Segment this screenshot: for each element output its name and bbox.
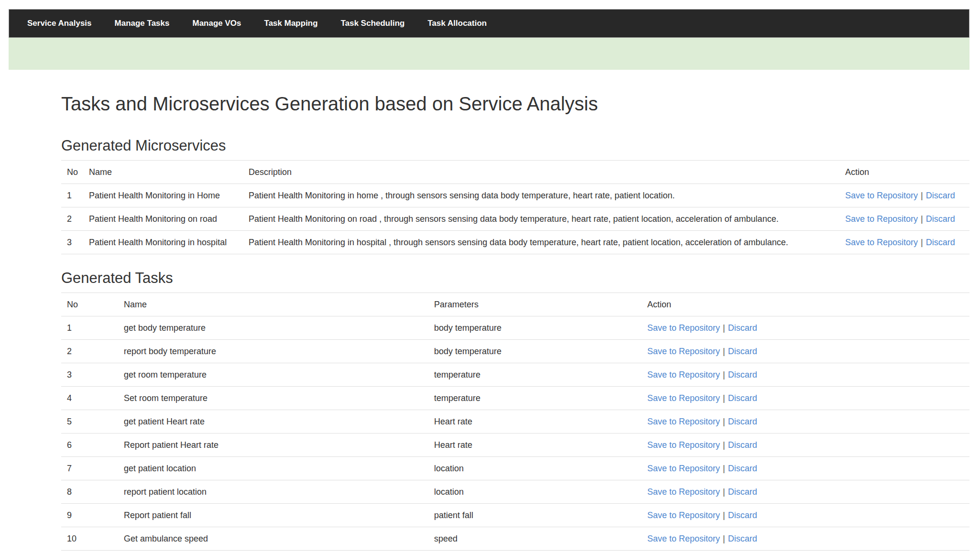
microservice-no: 2 (61, 207, 83, 231)
column-header-action: Action (642, 293, 969, 316)
save-to-repository-link[interactable]: Save to Repository (845, 191, 918, 200)
discard-link[interactable]: Discard (728, 370, 757, 380)
discard-link[interactable]: Discard (728, 487, 757, 497)
page-frame: Service Analysis Manage Tasks Manage VOs… (9, 9, 969, 553)
discard-link[interactable]: Discard (728, 534, 757, 543)
action-separator: | (723, 370, 725, 380)
task-parameters: temperature (428, 387, 642, 410)
task-parameters: body temperature (428, 340, 642, 363)
microservices-section-heading: Generated Microservices (61, 138, 969, 154)
discard-link[interactable]: Discard (926, 238, 955, 247)
save-to-repository-link[interactable]: Save to Repository (647, 510, 720, 520)
task-name: get room temperature (118, 363, 428, 387)
microservice-row: 1 Patient Health Monitoring in Home Pati… (61, 184, 969, 207)
discard-link[interactable]: Discard (728, 510, 757, 520)
task-actions: Save to Repository|Discard (642, 527, 969, 551)
discard-link[interactable]: Discard (728, 347, 757, 356)
action-separator: | (723, 347, 725, 356)
nav-item-service-analysis[interactable]: Service Analysis (16, 10, 103, 37)
action-separator: | (723, 323, 725, 333)
discard-link[interactable]: Discard (926, 214, 955, 224)
task-actions: Save to Repository|Discard (642, 316, 969, 340)
save-to-repository-link[interactable]: Save to Repository (647, 393, 720, 403)
microservice-name: Patient Health Monitoring on road (83, 207, 243, 231)
microservice-description: Patient Health Monitoring in hospital , … (243, 231, 839, 254)
microservice-no: 1 (61, 184, 83, 207)
nav-item-task-allocation[interactable]: Task Allocation (416, 10, 498, 37)
nav-link-service-analysis[interactable]: Service Analysis (16, 10, 103, 37)
task-parameters: temperature (428, 363, 642, 387)
main-content: Tasks and Microservices Generation based… (9, 93, 969, 551)
save-to-repository-link[interactable]: Save to Repository (845, 214, 918, 224)
nav-item-manage-tasks[interactable]: Manage Tasks (103, 10, 181, 37)
task-row: 5 get patient Heart rate Heart rate Save… (61, 410, 969, 434)
microservice-no: 3 (61, 231, 83, 254)
column-header-description: Description (243, 161, 839, 184)
save-to-repository-link[interactable]: Save to Repository (647, 440, 720, 450)
nav-link-manage-vos[interactable]: Manage VOs (181, 10, 252, 37)
tasks-header-row: No Name Parameters Action (61, 293, 969, 316)
nav-item-manage-vos[interactable]: Manage VOs (181, 10, 252, 37)
task-no: 5 (61, 410, 118, 434)
task-parameters: Heart rate (428, 434, 642, 457)
save-to-repository-link[interactable]: Save to Repository (647, 487, 720, 497)
task-actions: Save to Repository|Discard (642, 434, 969, 457)
column-header-name: Name (118, 293, 428, 316)
action-separator: | (723, 440, 725, 450)
page-title: Tasks and Microservices Generation based… (61, 93, 969, 114)
discard-link[interactable]: Discard (728, 440, 757, 450)
action-separator: | (723, 464, 725, 473)
discard-link[interactable]: Discard (728, 393, 757, 403)
tasks-section-heading: Generated Tasks (61, 270, 969, 286)
task-row: 2 report body temperature body temperatu… (61, 340, 969, 363)
task-no: 2 (61, 340, 118, 363)
task-row: 10 Get ambulance speed speed Save to Rep… (61, 527, 969, 551)
action-separator: | (921, 238, 923, 247)
discard-link[interactable]: Discard (728, 417, 757, 426)
action-separator: | (921, 191, 923, 200)
save-to-repository-link[interactable]: Save to Repository (845, 238, 918, 247)
task-no: 7 (61, 457, 118, 480)
save-to-repository-link[interactable]: Save to Repository (647, 347, 720, 356)
task-name: Get ambulance speed (118, 527, 428, 551)
task-row: 9 Report patient fall patient fall Save … (61, 504, 969, 527)
save-to-repository-link[interactable]: Save to Repository (647, 370, 720, 380)
microservice-name: Patient Health Monitoring in hospital (83, 231, 243, 254)
discard-link[interactable]: Discard (728, 464, 757, 473)
task-actions: Save to Repository|Discard (642, 340, 969, 363)
save-to-repository-link[interactable]: Save to Repository (647, 534, 720, 543)
action-separator: | (723, 393, 725, 403)
navbar-menu: Service Analysis Manage Tasks Manage VOs… (9, 10, 969, 37)
task-parameters: body temperature (428, 316, 642, 340)
task-name: get patient location (118, 457, 428, 480)
nav-link-task-scheduling[interactable]: Task Scheduling (329, 10, 416, 37)
task-no: 8 (61, 480, 118, 504)
discard-link[interactable]: Discard (728, 323, 757, 333)
task-name: Report patient Heart rate (118, 434, 428, 457)
column-header-name: Name (83, 161, 243, 184)
nav-link-manage-tasks[interactable]: Manage Tasks (103, 10, 181, 37)
save-to-repository-link[interactable]: Save to Repository (647, 464, 720, 473)
task-actions: Save to Repository|Discard (642, 457, 969, 480)
nav-link-task-allocation[interactable]: Task Allocation (416, 10, 498, 37)
action-separator: | (921, 214, 923, 224)
microservices-table: No Name Description Action 1 Patient Hea… (61, 160, 969, 254)
save-to-repository-link[interactable]: Save to Repository (647, 417, 720, 426)
save-to-repository-link[interactable]: Save to Repository (647, 323, 720, 333)
microservice-actions: Save to Repository|Discard (839, 207, 969, 231)
microservice-actions: Save to Repository|Discard (839, 231, 969, 254)
nav-link-task-mapping[interactable]: Task Mapping (253, 10, 329, 37)
success-banner (9, 38, 969, 70)
task-parameters: location (428, 457, 642, 480)
microservice-row: 3 Patient Health Monitoring in hospital … (61, 231, 969, 254)
nav-item-task-scheduling[interactable]: Task Scheduling (329, 10, 416, 37)
discard-link[interactable]: Discard (926, 191, 955, 200)
task-parameters: patient fall (428, 504, 642, 527)
task-name: Report patient fall (118, 504, 428, 527)
task-row: 6 Report patient Heart rate Heart rate S… (61, 434, 969, 457)
task-row: 8 report patient location location Save … (61, 480, 969, 504)
nav-item-task-mapping[interactable]: Task Mapping (253, 10, 329, 37)
task-parameters: location (428, 480, 642, 504)
task-name: report body temperature (118, 340, 428, 363)
task-parameters: Heart rate (428, 410, 642, 434)
